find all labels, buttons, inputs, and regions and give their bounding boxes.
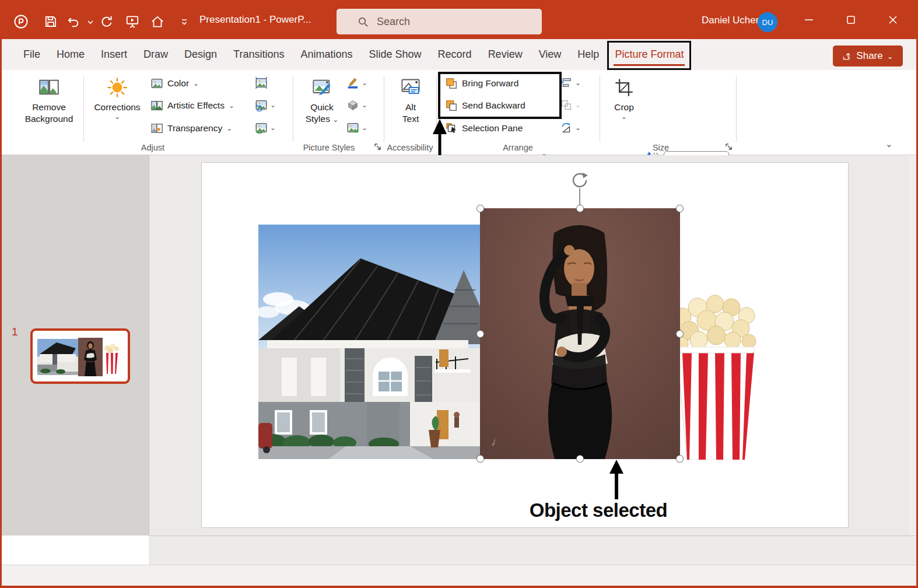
compress-pictures-button[interactable] [255,74,282,92]
align-icon [560,76,573,89]
tab-transitions[interactable]: Transitions [225,39,292,70]
picture-effects-button[interactable]: ⌄ [346,96,373,114]
alt-text-label-line2: Text [402,113,419,125]
close-button[interactable] [880,0,906,39]
vertical-scrollbar[interactable] [909,155,918,536]
tab-picture-format[interactable]: Picture Format [615,48,684,62]
thumbnail-portrait-image [78,338,103,376]
house-image[interactable] [258,225,480,459]
change-picture-icon [255,99,268,111]
send-backward-button[interactable]: Send Backward [445,96,525,115]
crop-button[interactable]: Crop ⌄ [609,72,639,120]
compress-pictures-icon [255,76,268,89]
chevron-down-icon: ⌄ [887,52,894,60]
selection-pane-button[interactable]: Selection Pane [445,119,523,138]
tab-animations[interactable]: Animations [292,39,360,70]
share-label: Share [856,50,882,62]
crop-icon [614,72,635,98]
chevron-down-icon: ⌄ [621,113,627,120]
chevron-down-icon: ⌄ [270,102,276,108]
tab-slide-show[interactable]: Slide Show [361,39,430,70]
chevron-down-icon: ⌄ [229,102,234,109]
share-icon [842,51,852,61]
change-picture-button[interactable]: ⌄ [255,96,282,114]
undo-dropdown-chevron-icon[interactable] [83,14,90,29]
artistic-effects-label: Artistic Effects [167,100,225,111]
color-button[interactable]: Color ⌄ [150,74,199,93]
tab-help[interactable]: Help [569,39,607,70]
popcorn-image[interactable] [670,295,761,460]
chevron-down-icon: ⌄ [575,79,581,86]
selection-handle-top-right[interactable] [676,205,684,212]
rotate-icon [560,121,573,134]
alt-text-label-line1: Alt [405,102,416,113]
transparency-button[interactable]: Transparency ⌄ [150,119,232,138]
notes-pane[interactable]: Click to add notes [149,536,918,565]
bring-forward-button[interactable]: Bring Forward [445,74,518,93]
tab-view[interactable]: View [531,39,570,70]
selection-handle-bottom-center[interactable] [576,455,584,463]
tab-review[interactable]: Review [480,39,531,70]
chevron-down-icon: ⌄ [270,124,276,131]
picture-effects-icon [346,99,359,111]
adjust-group-label: Adjust [122,143,183,152]
home-icon[interactable] [150,14,165,29]
picture-layout-button[interactable]: ⌄ [346,119,373,136]
ribbon-tab-row: File Home Insert Draw Design Transitions… [0,39,918,70]
quick-styles-button[interactable]: Quick Styles ⌄ [302,72,342,125]
corrections-button[interactable]: Corrections ⌄ [90,72,144,120]
selection-handle-top-left[interactable] [476,205,484,212]
undo-icon[interactable] [66,14,81,29]
maximize-button[interactable] [838,0,864,39]
share-button[interactable]: Share ⌄ [833,46,903,66]
remove-background-button[interactable]: Remove Background [21,72,77,125]
align-objects-button[interactable]: ⌄ [560,74,587,92]
powerpoint-logo-icon[interactable] [13,14,29,29]
size-dialog-launcher[interactable] [724,142,734,152]
tab-design[interactable]: Design [176,39,225,70]
selection-handle-middle-left[interactable] [476,330,484,338]
selection-handle-bottom-right[interactable] [676,455,684,463]
tab-file[interactable]: File [15,39,48,70]
customize-quick-access-icon[interactable] [177,14,185,29]
color-label: Color [167,78,189,89]
rotate-handle-icon[interactable] [571,172,588,189]
bring-forward-icon [445,77,458,90]
artistic-effects-button[interactable]: Artistic Effects ⌄ [150,96,234,115]
chevron-down-icon: ⌄ [114,113,120,120]
send-backward-icon [445,99,458,112]
redo-icon[interactable] [99,14,114,29]
reset-picture-button[interactable]: ⌄ [255,119,282,136]
chevron-down-icon: ⌄ [226,125,232,132]
save-icon[interactable] [43,14,58,29]
annotation-arrow-object-selected [606,459,627,499]
picture-format-annotation-box: Picture Format [607,41,691,70]
alt-text-icon [400,72,421,98]
selection-handle-middle-right[interactable] [676,330,684,338]
minimize-button[interactable] [796,0,822,39]
reset-picture-icon [255,121,268,134]
slide-1-thumbnail[interactable] [30,328,130,384]
transparency-label: Transparency [167,123,222,134]
start-slideshow-icon[interactable] [125,14,140,29]
tab-draw[interactable]: Draw [135,39,176,70]
arrange-group-label: Arrange [489,143,547,152]
tab-record[interactable]: Record [430,39,480,70]
corrections-label: Corrections [94,102,140,113]
tab-home[interactable]: Home [48,39,93,70]
portrait-image[interactable]: ʝ [480,208,680,459]
tab-insert[interactable]: Insert [93,39,135,70]
slide-number: 1 [12,326,18,338]
status-bar: Slide 1 of 1 English (Nigeria) Accessibi… [0,565,918,588]
selection-handle-top-center[interactable] [576,205,584,212]
avatar[interactable]: DU [758,12,777,32]
rotate-objects-button[interactable]: ⌄ [560,119,587,136]
powerpoint-window: Presentation1 - PowerP... Search Daniel … [0,0,918,588]
picture-border-button[interactable]: ⌄ [346,74,373,92]
search-box[interactable]: Search [337,9,542,34]
collapse-ribbon-chevron-icon[interactable]: ⌄ [885,139,893,149]
chevron-down-icon: ⌄ [575,124,581,131]
alt-text-button[interactable]: Alt Text [390,72,432,125]
search-icon [358,16,369,27]
selection-handle-bottom-left[interactable] [476,455,484,463]
